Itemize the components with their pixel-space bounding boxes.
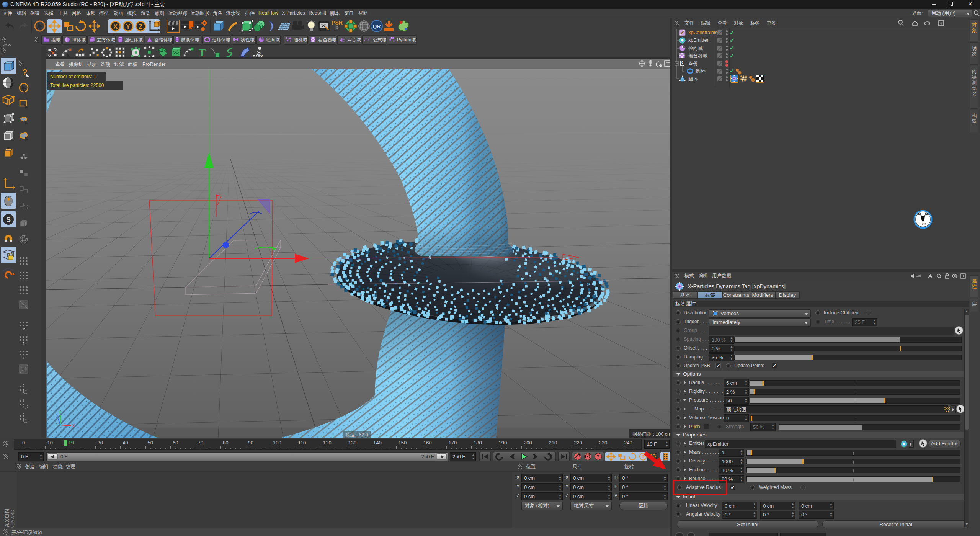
svg-text:面板: 面板 (128, 62, 137, 67)
svg-text:X: X (72, 423, 75, 428)
svg-text:选项: 选项 (101, 62, 111, 67)
svg-text:Y: Y (126, 23, 130, 30)
svg-text:P: P (642, 454, 645, 459)
svg-text:行走者: 行走者 (920, 223, 926, 226)
svg-text:QR: QR (373, 23, 381, 29)
svg-text:摄像机: 摄像机 (69, 62, 83, 67)
svg-text:Number of emitters: 1: Number of emitters: 1 (50, 74, 96, 79)
svg-text:过滤: 过滤 (114, 62, 124, 67)
svg-text:Total live particles: 22500: Total live particles: 22500 (50, 83, 104, 88)
svg-text:Y: Y (59, 410, 62, 415)
svg-text:?: ? (597, 454, 599, 459)
svg-text:Z: Z (56, 414, 59, 419)
svg-text:查看: 查看 (55, 61, 65, 67)
svg-text:网格间距 : 100 cm: 网格间距 : 100 cm (632, 431, 671, 437)
svg-text:显示: 显示 (87, 62, 97, 67)
svg-text:S: S (6, 216, 11, 224)
svg-text:Z: Z (139, 23, 143, 30)
svg-text:X: X (113, 23, 118, 30)
svg-text:ProRender: ProRender (142, 62, 165, 67)
svg-text:帧速 : 62.9: 帧速 : 62.9 (345, 432, 368, 438)
